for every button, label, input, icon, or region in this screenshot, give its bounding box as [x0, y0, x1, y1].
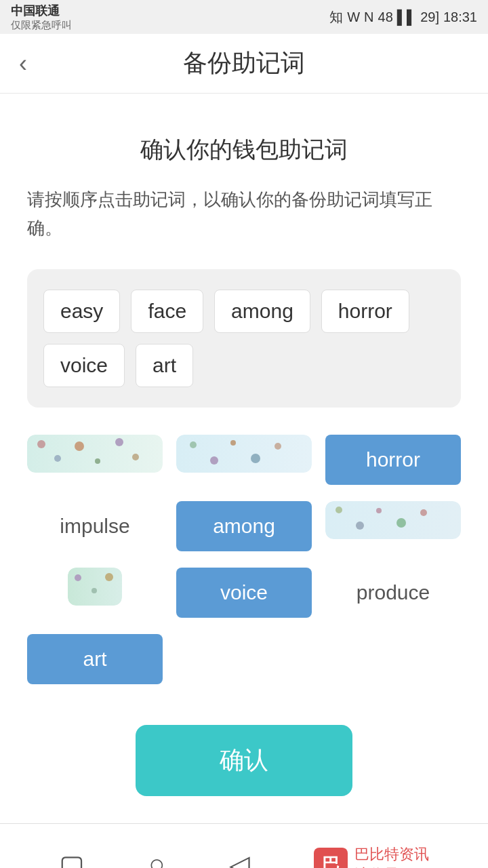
word-option-produce[interactable]: produce: [325, 568, 461, 618]
signal-bars: ▌▌: [397, 9, 416, 25]
w-badge: W: [347, 9, 360, 25]
main-content: 确认你的钱包助记词 请按顺序点击助记词，以确认你的备份助记词填写正确。 easy…: [0, 94, 488, 823]
page-description: 请按顺序点击助记词，以确认你的备份助记词填写正确。: [27, 186, 461, 242]
selected-words-box: easy face among horror voice art: [27, 269, 461, 408]
carrier-info: 中国联通 仅限紧急呼叫: [11, 3, 72, 32]
word-option-among[interactable]: among: [176, 501, 312, 551]
status-bar: 中国联通 仅限紧急呼叫 知 W N 48 ▌▌ 29] 18:31: [0, 0, 488, 34]
confirm-button[interactable]: 确认: [136, 725, 352, 796]
square-icon[interactable]: ▢: [59, 849, 85, 868]
back-button[interactable]: ‹: [19, 50, 27, 78]
word-option-voice[interactable]: voice: [176, 568, 312, 618]
word-option-impulse[interactable]: impulse: [27, 501, 163, 551]
brand-icon: 巴: [314, 848, 348, 868]
page-subtitle: 确认你的钱包助记词: [27, 134, 461, 165]
battery-icon: 29]: [420, 9, 439, 25]
header: ‹ 备份助记词: [0, 34, 488, 94]
word-option-empty2: [325, 634, 461, 684]
word-option-empty: [176, 634, 312, 684]
notification-text: 仅限紧急呼叫: [11, 19, 72, 32]
word-option-blurred-1[interactable]: [27, 435, 163, 485]
status-icons: 知 W N 48 ▌▌ 29] 18:31: [329, 8, 477, 26]
selected-word-art[interactable]: art: [136, 344, 193, 387]
time: 18:31: [443, 9, 477, 25]
word-option-blurred-3[interactable]: [325, 501, 461, 551]
word-option-art[interactable]: art: [27, 634, 163, 684]
selected-word-voice[interactable]: voice: [43, 344, 125, 387]
word-options-grid: horror impulse among: [27, 435, 461, 684]
notification-badge: 知: [329, 8, 343, 26]
selected-word-easy[interactable]: easy: [43, 290, 120, 333]
brand-area: 巴 巴比特资讯 渡你量_: [314, 844, 429, 868]
word-option-blurred-4[interactable]: [27, 568, 163, 618]
word-option-blurred-2[interactable]: [176, 435, 312, 485]
word-option-horror[interactable]: horror: [325, 435, 461, 485]
page-title: 备份助记词: [183, 47, 305, 80]
back-triangle-icon[interactable]: ◁: [229, 849, 250, 868]
selected-word-among[interactable]: among: [214, 290, 310, 333]
circle-icon[interactable]: ○: [148, 849, 165, 868]
selected-word-face[interactable]: face: [131, 290, 203, 333]
selected-word-horror[interactable]: horror: [321, 290, 409, 333]
brand-name: 巴比特资讯 渡你量_: [354, 844, 429, 868]
nfc-icon: N: [364, 9, 373, 25]
bottom-navigation: ▢ ○ ◁ 巴 巴比特资讯 渡你量_: [0, 823, 488, 868]
carrier-name: 中国联通: [11, 3, 72, 19]
signal-icon: 48: [378, 9, 393, 25]
